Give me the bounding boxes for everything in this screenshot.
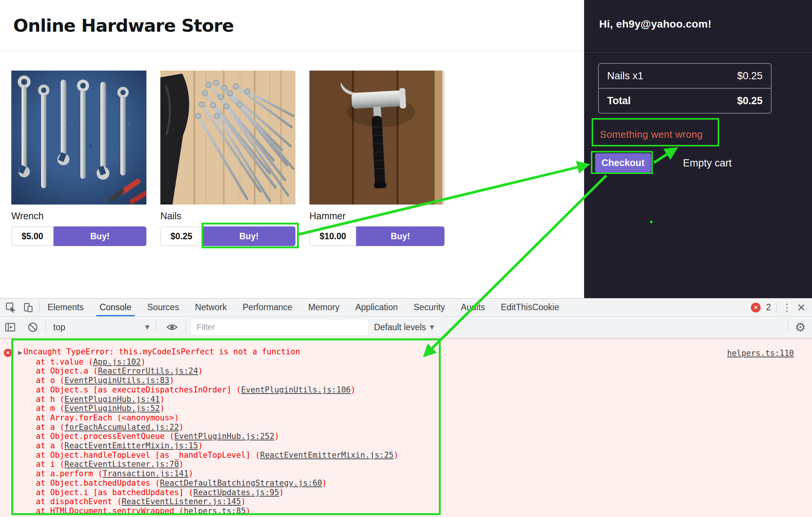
tab-performance[interactable]: Performance	[235, 299, 300, 316]
cart-total-row: Total $0.25	[599, 88, 771, 113]
console-error-message: Uncaught TypeError: this.myCodeIsPerfect…	[23, 347, 300, 356]
stack-text: at Object.a (	[36, 366, 98, 375]
sidebar-divider	[584, 52, 812, 53]
stack-file-link[interactable]: forEachAccumulated.js:22	[65, 423, 179, 432]
log-levels-selector[interactable]: Default levels ▼	[374, 322, 434, 332]
expand-triangle-icon[interactable]: ▶	[18, 348, 23, 357]
tab-memory[interactable]: Memory	[300, 299, 348, 316]
settings-gear-icon[interactable]: ⚙	[795, 322, 806, 333]
stack-file-link[interactable]: ReactEventListener.js:145	[122, 497, 241, 506]
product-card-hammer: Hammer $10.00 Buy!	[309, 71, 444, 246]
stack-text: at Object.i [as batchedUpdates] (	[36, 488, 193, 497]
live-expression-eye-icon[interactable]	[166, 322, 178, 333]
stack-frame: at Object.a (ReactErrorUtils.js:24)	[18, 366, 398, 376]
stack-frame: at dispatchEvent (ReactEventListener.js:…	[18, 497, 398, 506]
stack-file-link[interactable]: Transaction.js:141	[103, 469, 189, 478]
tab-console[interactable]: Console	[92, 299, 139, 316]
stack-file-link[interactable]: ReactUpdates.js:95	[193, 488, 279, 497]
stack-text: at Object.handleTopLevel [as _handleTopL…	[36, 451, 260, 460]
stack-file-link[interactable]: EventPluginHub.js:52	[65, 404, 160, 413]
stack-file-link[interactable]: ReactEventEmitterMixin.js:25	[260, 451, 394, 460]
stack-file-link[interactable]: EventPluginHub.js:41	[65, 395, 160, 404]
error-badge-icon[interactable]: ×	[751, 303, 761, 312]
stack-file-link[interactable]: App.js:102	[93, 357, 141, 366]
product-price-row: $5.00 Buy!	[11, 226, 146, 246]
price-box: $10.00	[309, 226, 356, 246]
product-name: Wrench	[11, 211, 146, 222]
stack-text: )	[179, 423, 184, 432]
close-icon[interactable]: ×	[797, 302, 805, 313]
filter-input[interactable]	[191, 320, 368, 335]
stack-text: at Object.batchedUpdates (	[36, 479, 160, 488]
stack-text: at Object.processEventQueue (	[36, 432, 174, 441]
hammer-product-image	[309, 71, 444, 205]
stack-file-link[interactable]: ReactErrorUtils.js:24	[98, 366, 198, 375]
stack-text: )	[322, 479, 327, 488]
kebab-menu-icon[interactable]: ⋮	[782, 302, 792, 313]
stack-file-link[interactable]: ReactEventListener.js:70	[65, 460, 179, 469]
product-name: Nails	[160, 211, 295, 222]
stack-text: at HTMLDocument.sentryWrapped (	[36, 506, 184, 515]
stack-text: at Object.s [as executeDispatchesInOrder…	[36, 385, 241, 394]
cart-table: Nails x1 $0.25 Total $0.25	[598, 63, 772, 114]
stack-file-link[interactable]: ReactDefaultBatchingStrategy.js:60	[160, 479, 322, 488]
product-price-row: $10.00 Buy!	[309, 226, 444, 246]
buy-button-wrench[interactable]: Buy!	[54, 226, 146, 246]
stack-text: )	[179, 460, 184, 469]
tabbar-right-cluster: × 2 ⋮ ×	[751, 302, 812, 313]
product-list: Wrench $5.00 Buy!	[11, 71, 444, 246]
chevron-down-icon: ▼	[145, 324, 149, 331]
stack-text: at dispatchEvent (	[36, 497, 122, 506]
wrench-product-image	[11, 71, 146, 205]
buy-button-nails[interactable]: Buy!	[203, 226, 295, 246]
chevron-down-icon: ▼	[430, 324, 434, 331]
stack-frame: at a (ReactEventEmitterMixin.js:15)	[18, 441, 398, 451]
context-selector[interactable]: top ▼	[53, 322, 149, 332]
stack-frame: at HTMLDocument.sentryWrapped (helpers.t…	[18, 506, 398, 516]
stack-text: at a (	[36, 423, 65, 432]
stack-file-link[interactable]: EventPluginUtils.js:106	[241, 385, 351, 394]
stack-frame: at h (EventPluginHub.js:41)	[18, 395, 398, 404]
store-app: Online Hardware Store	[0, 0, 584, 298]
stack-frame: at Array.forEach (<anonymous>)	[18, 413, 398, 423]
levels-label: Default levels	[374, 322, 426, 332]
stack-file-link[interactable]: ReactEventEmitterMixin.js:15	[65, 441, 198, 450]
tab-sources[interactable]: Sources	[139, 299, 187, 316]
stack-text: )	[189, 469, 194, 478]
tab-editthiscookie[interactable]: EditThisCookie	[493, 299, 567, 316]
product-name: Hammer	[309, 211, 444, 222]
tab-application[interactable]: Application	[348, 299, 406, 316]
stack-text: )	[394, 451, 398, 460]
tab-audits[interactable]: Audits	[453, 299, 493, 316]
stack-file-link[interactable]: helpers.ts:85	[184, 506, 246, 515]
stack-frame: at o (EventPluginUtils.js:83)	[18, 376, 398, 385]
cart-error-message: Something went wrong	[600, 129, 703, 140]
error-circle-icon: ×	[4, 349, 12, 357]
stack-file-link[interactable]: EventPluginUtils.js:83	[65, 376, 169, 385]
stack-frame: at m (EventPluginHub.js:52)	[18, 404, 398, 413]
stack-frame: at a (forEachAccumulated.js:22)	[18, 423, 398, 432]
stack-text: )	[246, 506, 251, 515]
store-header: Online Hardware Store	[0, 0, 584, 51]
console-error-entry: ▶Uncaught TypeError: this.myCodeIsPerfec…	[18, 347, 398, 516]
stack-text: at a.perform (	[36, 469, 103, 478]
console-sidebar-toggle-icon[interactable]	[5, 322, 16, 333]
checkout-button[interactable]: Checkout	[595, 153, 651, 172]
user-greeting: Hi, eh9y@yahoo.com!	[599, 18, 712, 30]
buy-button-hammer[interactable]: Buy!	[356, 226, 444, 246]
tab-security[interactable]: Security	[406, 299, 453, 316]
inspect-element-icon[interactable]	[5, 302, 17, 313]
cart-item-name: Nails x1	[607, 70, 643, 82]
tab-network[interactable]: Network	[187, 299, 235, 316]
toolbar-divider	[186, 322, 186, 333]
stack-text: at m (	[36, 404, 65, 413]
clear-console-icon[interactable]	[27, 322, 38, 333]
console-source-link[interactable]: helpers.ts:110	[727, 349, 794, 358]
stack-file-link[interactable]: EventPluginHub.js:252	[174, 432, 275, 441]
tab-elements[interactable]: Elements	[40, 299, 92, 316]
device-toolbar-icon[interactable]	[23, 302, 34, 313]
price-box: $0.25	[160, 226, 203, 246]
stack-text: )	[351, 385, 355, 394]
toolbar-divider	[787, 322, 788, 333]
empty-cart-link[interactable]: Empty cart	[683, 157, 732, 169]
